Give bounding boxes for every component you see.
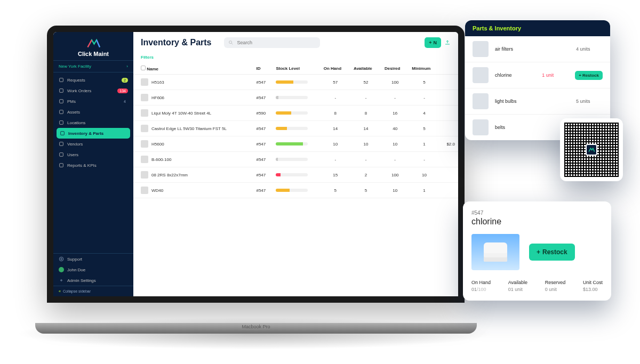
reports-icon <box>59 163 64 168</box>
extra <box>440 106 458 121</box>
minimum: 5 <box>409 121 439 136</box>
laptop-label: Macbook Pro <box>242 324 270 329</box>
upload-icon[interactable] <box>444 39 451 46</box>
sidebar-item-work-orders[interactable]: Work Orders134 <box>53 85 133 96</box>
badge: 4 <box>122 99 128 104</box>
extra: $2.0 <box>440 136 458 152</box>
laptop-base: Macbook Pro <box>35 323 477 334</box>
laptop-shadow <box>15 318 495 350</box>
svg-rect-4 <box>60 121 63 125</box>
table-row[interactable]: B-600-100#547---- <box>133 152 458 167</box>
logo: Click Maint <box>53 32 133 60</box>
on-hand: - <box>321 152 350 167</box>
inventory-card-row[interactable]: light bulbs5 units <box>465 88 610 114</box>
part-id: #547 <box>253 90 273 106</box>
svg-rect-3 <box>60 110 63 114</box>
settings-icon <box>59 278 64 283</box>
sidebar-item-support[interactable]: Support <box>53 254 133 264</box>
chevron-left-icon: « <box>59 289 61 293</box>
sidebar-item-assets[interactable]: Assets <box>53 107 133 117</box>
table-row[interactable]: H5600#5471010101$2.0 <box>133 136 458 152</box>
inventory-icon <box>60 131 65 136</box>
stat-label: Unit Cost <box>583 280 603 285</box>
sidebar-item-pms[interactable]: PMs4 <box>53 96 133 107</box>
chevron-right-icon: › <box>126 64 128 69</box>
column-header[interactable] <box>440 63 458 75</box>
column-header[interactable]: Minimum <box>409 63 439 75</box>
column-header[interactable]: Desired <box>381 63 409 75</box>
part-name: belts <box>495 125 570 130</box>
table-row[interactable]: HF606#547---- <box>133 90 458 106</box>
select-all-checkbox[interactable] <box>141 66 146 70</box>
part-name: 08 2RS 8x22x7mm <box>151 173 188 177</box>
available: 14 <box>350 121 381 136</box>
stat: On Hand01/100 <box>471 280 491 292</box>
svg-rect-1 <box>60 89 63 93</box>
available: 52 <box>350 75 381 90</box>
facility-selector[interactable]: New York Facility › <box>53 60 133 72</box>
table-row[interactable]: 08 2RS 8x22x7mm#54715210010 <box>133 167 458 183</box>
column-header[interactable]: Name <box>133 63 253 75</box>
sidebar-item-requests[interactable]: Requests2 <box>53 75 133 85</box>
logo-icon <box>85 37 101 49</box>
minimum: - <box>409 90 439 106</box>
svg-line-13 <box>232 43 233 44</box>
table-row[interactable]: WD40#54755101 <box>133 183 458 198</box>
svg-point-10 <box>59 257 63 261</box>
table-row[interactable]: H5163#54757521005 <box>133 75 458 90</box>
filters-label[interactable]: Filters <box>141 55 154 60</box>
collapse-sidebar[interactable]: « Collapse sidebar <box>53 286 133 296</box>
work-orders-icon <box>59 88 64 93</box>
qr-card[interactable] <box>560 118 623 181</box>
sidebar-item-inventory[interactable]: Inventory & Parts <box>57 128 130 139</box>
search-input[interactable] <box>237 40 316 45</box>
restock-button-label: Restock <box>542 248 567 256</box>
stock-level-bar <box>276 96 308 99</box>
column-header[interactable]: On Hand <box>321 63 350 75</box>
sidebar-item-user[interactable]: John Doe <box>53 264 133 275</box>
minimum: - <box>409 152 439 167</box>
sidebar-item-users[interactable]: Users <box>53 149 133 160</box>
plus-icon: + <box>429 40 431 45</box>
sidebar-item-admin[interactable]: Admin Settings <box>53 275 133 286</box>
part-thumb <box>141 140 148 148</box>
assets-icon <box>59 109 64 115</box>
part-name: chlorine <box>495 72 535 78</box>
inventory-card-row[interactable]: chlorine1 unit+Restock <box>465 62 610 88</box>
desired: 10 <box>381 136 409 152</box>
facility-name: New York Facility <box>59 64 91 69</box>
stock-level-bar <box>276 127 308 130</box>
desired: 100 <box>381 75 409 90</box>
qr-code <box>564 123 619 177</box>
inventory-card-row[interactable]: air filters4 units <box>465 36 610 62</box>
sidebar-item-reports[interactable]: Reports & KPIs <box>53 160 133 171</box>
sidebar-item-vendors[interactable]: Vendors <box>53 139 133 149</box>
minimum: 10 <box>409 167 439 183</box>
restock-button-small[interactable]: +Restock <box>575 71 603 80</box>
inventory-table: NameIDStock LevelOn HandAvailableDesired… <box>133 63 458 198</box>
plus-icon: + <box>579 73 581 78</box>
svg-rect-7 <box>60 153 63 157</box>
column-header[interactable]: Available <box>350 63 381 75</box>
qr-logo-icon <box>588 147 595 152</box>
part-id: #590 <box>253 106 273 121</box>
available: 10 <box>350 136 381 152</box>
sidebar-item-locations[interactable]: Locations <box>53 117 133 128</box>
svg-rect-6 <box>60 142 63 146</box>
stock-level-bar <box>276 173 308 176</box>
column-header[interactable]: Stock Level <box>273 63 320 75</box>
sidebar-item-label: Vendors <box>67 142 83 147</box>
search-input-wrapper[interactable] <box>224 37 320 48</box>
column-header[interactable]: ID <box>253 63 273 75</box>
part-qty: 1 unit <box>542 72 569 78</box>
sidebar-item-label: Reports & KPIs <box>67 163 97 168</box>
minimum: 1 <box>409 183 439 198</box>
table-row[interactable]: Castrol Edge LL 5W30 Titanium FST 5L#547… <box>133 121 458 136</box>
sidebar-item-label: Work Orders <box>67 88 91 93</box>
new-button-label: N <box>434 40 437 45</box>
table-row[interactable]: Liqui Moly 4T 10W-40 Street 4L#59088164 <box>133 106 458 121</box>
svg-rect-5 <box>61 132 65 135</box>
part-id: #547 <box>253 75 273 90</box>
restock-button[interactable]: + Restock <box>529 244 575 261</box>
new-button[interactable]: + N <box>425 37 441 48</box>
